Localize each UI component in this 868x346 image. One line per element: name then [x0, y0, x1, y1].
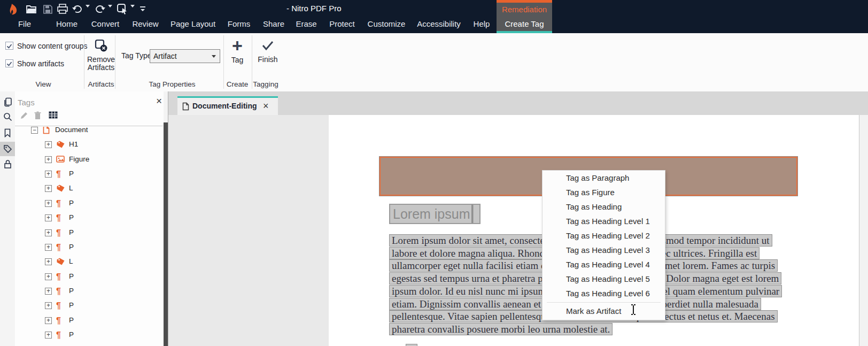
menu-item-forms[interactable]: Forms	[228, 19, 251, 28]
menu-item-home[interactable]: Home	[56, 19, 78, 28]
menu-item-erase[interactable]: Erase	[296, 19, 316, 28]
tree-item-h1-1[interactable]: +H1	[15, 137, 163, 152]
close-icon[interactable]: ×	[156, 96, 162, 106]
pages-icon[interactable]	[3, 97, 12, 109]
titlebar: - Nitro PDF Pro Remediation Create Tag F…	[0, 0, 868, 33]
group-label-view: View	[35, 80, 51, 88]
tree-item-label: L	[69, 184, 73, 192]
tree-item-l-4[interactable]: +L	[15, 181, 163, 196]
menu-item-mark-as-artifact[interactable]: Mark as Artifact	[542, 304, 665, 318]
search-icon[interactable]	[3, 112, 12, 124]
redo-dropdown-caret[interactable]	[108, 7, 112, 17]
remediation-tab-group: Remediation Create Tag	[497, 0, 552, 33]
menu-item-tag-as-heading[interactable]: Tag as Heading	[542, 199, 665, 214]
expand-icon[interactable]: +	[45, 244, 52, 251]
tags-panel-scrollbar[interactable]	[164, 91, 168, 346]
menu-item-review[interactable]: Review	[132, 19, 158, 28]
tree-item-p-8[interactable]: +¶P	[15, 240, 163, 255]
checkbox-box[interactable]	[5, 59, 13, 67]
expand-icon[interactable]: +	[45, 258, 52, 265]
tree-item-l-9[interactable]: +L	[15, 255, 163, 269]
p-tag-icon: ¶	[56, 330, 61, 340]
group-label-tag-properties: Tag Properties	[149, 80, 195, 88]
tree-item-p-7[interactable]: +¶P	[15, 226, 163, 240]
menu-item-tag-as-heading-level-5[interactable]: Tag as Heading Level 5	[542, 272, 665, 286]
expand-icon[interactable]: +	[45, 200, 52, 207]
tree-item-figure-2[interactable]: +Figure	[15, 152, 163, 167]
tags-tree: −Document+H1+Figure+¶P+L+¶P+¶P+¶P+¶P+L+¶…	[15, 127, 163, 346]
expand-icon[interactable]: +	[45, 273, 52, 280]
tree-item-p-5[interactable]: +¶P	[15, 196, 163, 211]
open-file-icon[interactable]	[26, 3, 37, 16]
tree-item-p-14[interactable]: +¶P	[15, 328, 163, 342]
expand-icon[interactable]: +	[45, 156, 52, 163]
expand-icon[interactable]: +	[45, 214, 52, 221]
tree-item-label: P	[69, 272, 74, 280]
select-dropdown-caret[interactable]	[130, 7, 135, 17]
tags-panel-title: Tags	[18, 98, 35, 107]
p-tag-icon: ¶	[56, 287, 61, 296]
menu-item-tag-as-heading-level-4[interactable]: Tag as Heading Level 4	[542, 257, 665, 272]
tag-button-label: Tag	[227, 56, 248, 64]
menu-item-create-tag[interactable]: Create Tag	[505, 19, 544, 28]
customize-toolbar-icon[interactable]	[139, 3, 146, 16]
expand-icon[interactable]: +	[45, 332, 52, 339]
undo-icon[interactable]	[72, 3, 83, 16]
content-line-8[interactable]: pharetra convallis posuere morbi leo urn…	[389, 323, 613, 335]
redo-icon[interactable]	[94, 3, 106, 16]
expand-icon[interactable]: +	[45, 185, 52, 192]
menu-item-tag-as-heading-level-3[interactable]: Tag as Heading Level 3	[542, 243, 665, 257]
tree-item-p-12[interactable]: +¶P	[15, 298, 163, 313]
scrollbar-thumb[interactable]	[164, 122, 168, 346]
heading-content-group[interactable]: Lorem ipsum	[389, 204, 480, 224]
page-scrollbar[interactable]	[859, 115, 868, 346]
p-tag-icon: ¶	[56, 243, 61, 252]
tree-item-document[interactable]: −Document	[15, 127, 163, 137]
remove-artifacts-button[interactable]: Remove Artifacts	[87, 39, 115, 72]
menu-item-protect[interactable]: Protect	[329, 19, 355, 28]
save-icon[interactable]	[43, 3, 53, 16]
expand-icon[interactable]: +	[45, 288, 52, 295]
tag-icon[interactable]	[3, 144, 12, 156]
menu-item-tag-as-heading-level-1[interactable]: Tag as Heading Level 1	[542, 214, 665, 228]
tree-item-p-13[interactable]: +¶P	[15, 313, 163, 328]
expand-icon[interactable]: +	[45, 317, 52, 324]
select-tool-icon[interactable]	[117, 3, 128, 16]
delete-trash-icon[interactable]	[34, 111, 42, 122]
menu-item-tag-as-heading-level-2[interactable]: Tag as Heading Level 2	[542, 228, 665, 243]
expand-icon[interactable]: +	[45, 171, 52, 178]
expand-icon[interactable]: +	[45, 302, 52, 309]
tab-document-editing[interactable]: Document-Editing ×	[177, 96, 278, 115]
tree-item-p-11[interactable]: +¶P	[15, 284, 163, 298]
tag-type-dropdown[interactable]: Artifact	[150, 49, 220, 63]
menu-item-accessibility[interactable]: Accessibility	[417, 19, 461, 28]
bookmark-icon[interactable]	[4, 128, 11, 140]
collapse-icon[interactable]: −	[31, 127, 38, 134]
menu-item-convert[interactable]: Convert	[91, 19, 120, 28]
menu-item-tag-as-figure[interactable]: Tag as Figure	[542, 185, 665, 199]
menu-item-file[interactable]: File	[18, 19, 31, 28]
p-tag-icon: ¶	[56, 170, 61, 179]
tree-item-p-10[interactable]: +¶P	[15, 270, 163, 284]
table-icon[interactable]	[49, 111, 58, 121]
checkbox-box[interactable]	[5, 42, 13, 50]
expand-icon[interactable]: +	[45, 141, 52, 148]
menu-item-tag-as-paragraph[interactable]: Tag as Paragraph	[542, 171, 665, 185]
expand-icon[interactable]: +	[45, 229, 52, 236]
finish-button[interactable]: Finish	[255, 40, 281, 64]
tree-item-p-6[interactable]: +¶P	[15, 211, 163, 225]
menu-item-customize[interactable]: Customize	[368, 19, 406, 28]
tag-button[interactable]: + Tag	[227, 39, 248, 64]
menu-item-help[interactable]: Help	[474, 19, 490, 28]
menu-item-page-layout[interactable]: Page Layout	[170, 19, 215, 28]
content-group-box[interactable]	[406, 344, 417, 346]
edit-pencil-icon[interactable]	[20, 111, 28, 122]
print-icon[interactable]	[57, 3, 68, 16]
menu-item-share[interactable]: Share	[263, 19, 284, 28]
undo-dropdown-caret[interactable]	[86, 7, 90, 17]
menu-item-tag-as-heading-level-6[interactable]: Tag as Heading Level 6	[542, 286, 665, 301]
close-icon[interactable]: ×	[263, 101, 269, 112]
lock-icon[interactable]	[4, 159, 12, 171]
tags-panel: Tags × −Document+H1+Figure+¶P+L+¶P+¶P+¶P…	[15, 91, 164, 346]
tree-item-p-3[interactable]: +¶P	[15, 167, 163, 181]
